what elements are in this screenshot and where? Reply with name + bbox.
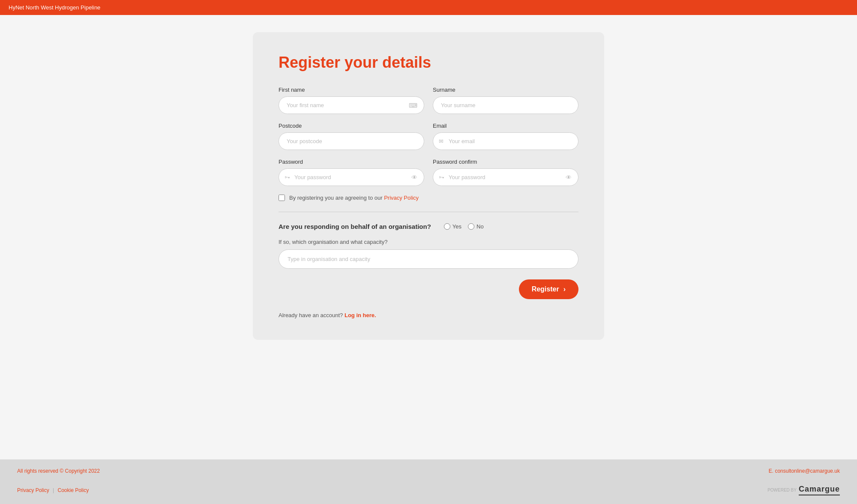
password-label: Password bbox=[279, 159, 424, 165]
password-confirm-label: Password confirm bbox=[433, 159, 578, 165]
footer-divider: | bbox=[53, 487, 55, 493]
login-row: Already have an account? Log in here. bbox=[279, 312, 578, 318]
first-name-group: First name ⌨ bbox=[279, 87, 424, 114]
chevron-right-icon: › bbox=[563, 285, 566, 293]
first-name-input[interactable] bbox=[279, 96, 424, 114]
password-confirm-input-wrapper: 🗝 👁 bbox=[433, 168, 578, 186]
password-group: Password 🗝 👁 bbox=[279, 159, 424, 186]
page-title: Register your details bbox=[279, 54, 578, 72]
org-capacity-label: If so, which organisation and what capac… bbox=[279, 239, 578, 245]
eye-slash-icon-2[interactable]: 👁 bbox=[566, 174, 572, 181]
first-name-input-wrapper: ⌨ bbox=[279, 96, 424, 114]
footer-email: E. consultonline@camargue.uk bbox=[769, 468, 840, 474]
postcode-group: Postcode bbox=[279, 123, 424, 150]
org-yes-label[interactable]: Yes bbox=[444, 223, 461, 230]
password-confirm-input[interactable] bbox=[433, 168, 578, 186]
password-input[interactable] bbox=[279, 168, 424, 186]
privacy-label: By registering you are agreeing to our P… bbox=[289, 195, 419, 201]
register-button[interactable]: Register › bbox=[519, 279, 578, 299]
email-label: Email bbox=[433, 123, 578, 129]
org-capacity-input[interactable] bbox=[279, 249, 578, 269]
postcode-input[interactable] bbox=[279, 132, 424, 150]
first-name-label: First name bbox=[279, 87, 424, 93]
powered-by: POWERED BY Camargue bbox=[767, 485, 840, 495]
privacy-policy-link[interactable]: Privacy Policy bbox=[384, 195, 419, 201]
cookie-policy-footer-link[interactable]: Cookie Policy bbox=[57, 487, 89, 493]
surname-group: Surname bbox=[433, 87, 578, 114]
surname-input-wrapper bbox=[433, 96, 578, 114]
password-row: Password 🗝 👁 Password confirm 🗝 👁 bbox=[279, 159, 578, 186]
org-no-radio[interactable] bbox=[468, 223, 474, 230]
footer: All rights reserved © Copyright 2022 E. … bbox=[0, 459, 857, 504]
header-title: HyNet North West Hydrogen Pipeline bbox=[9, 4, 100, 11]
eye-slash-icon[interactable]: 👁 bbox=[411, 174, 417, 181]
privacy-checkbox[interactable] bbox=[279, 195, 285, 201]
surname-input[interactable] bbox=[433, 96, 578, 114]
footer-links: Privacy Policy | Cookie Policy bbox=[17, 487, 89, 493]
org-yes-radio[interactable] bbox=[444, 223, 450, 230]
email-group: Email ✉ bbox=[433, 123, 578, 150]
org-radio-group: Yes No bbox=[444, 223, 484, 230]
login-link[interactable]: Log in here. bbox=[345, 312, 376, 318]
footer-bottom: Privacy Policy | Cookie Policy POWERED B… bbox=[17, 485, 840, 495]
postcode-label: Postcode bbox=[279, 123, 424, 129]
postcode-email-row: Postcode Email ✉ bbox=[279, 123, 578, 150]
register-btn-row: Register › bbox=[279, 279, 578, 299]
email-input[interactable] bbox=[433, 132, 578, 150]
org-no-label[interactable]: No bbox=[468, 223, 484, 230]
privacy-checkbox-row: By registering you are agreeing to our P… bbox=[279, 195, 578, 201]
postcode-input-wrapper bbox=[279, 132, 424, 150]
password-confirm-group: Password confirm 🗝 👁 bbox=[433, 159, 578, 186]
registration-card: Register your details First name ⌨ Surna… bbox=[253, 32, 604, 340]
email-input-wrapper: ✉ bbox=[433, 132, 578, 150]
footer-top: All rights reserved © Copyright 2022 E. … bbox=[17, 468, 840, 478]
privacy-policy-footer-link[interactable]: Privacy Policy bbox=[17, 487, 49, 493]
main-content: Register your details First name ⌨ Surna… bbox=[0, 15, 857, 459]
surname-label: Surname bbox=[433, 87, 578, 93]
org-question-row: Are you responding on behalf of an organ… bbox=[279, 223, 578, 230]
section-divider bbox=[279, 212, 578, 212]
camargue-logo: Camargue bbox=[799, 485, 840, 495]
name-row: First name ⌨ Surname bbox=[279, 87, 578, 114]
footer-copyright: All rights reserved © Copyright 2022 bbox=[17, 468, 100, 474]
password-input-wrapper: 🗝 👁 bbox=[279, 168, 424, 186]
header: HyNet North West Hydrogen Pipeline bbox=[0, 0, 857, 15]
org-question-text: Are you responding on behalf of an organ… bbox=[279, 223, 431, 230]
